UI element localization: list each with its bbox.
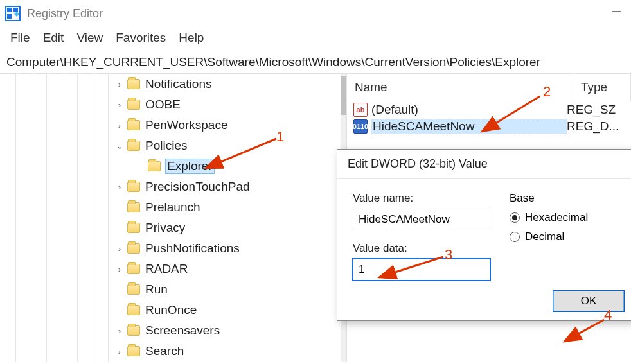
folder-icon xyxy=(127,202,140,212)
tree-label: Prelaunch xyxy=(145,200,200,214)
tree-label: Privacy xyxy=(145,221,185,235)
regedit-icon xyxy=(5,6,21,21)
value-data-label: Value data: xyxy=(353,242,490,255)
minimize-button[interactable]: — xyxy=(601,0,631,21)
value-name: HideSCAMeetNow xyxy=(371,119,567,134)
app-title: Registry Editor xyxy=(27,7,103,21)
binary-value-icon: 0110 xyxy=(353,119,368,134)
menu-edit[interactable]: Edit xyxy=(38,30,69,46)
menu-file[interactable]: File xyxy=(5,30,35,46)
expander-icon[interactable]: › xyxy=(114,347,125,356)
annotation-2: 2 xyxy=(543,83,551,100)
address-bar[interactable]: Computer\HKEY_CURRENT_USER\Software\Micr… xyxy=(0,51,631,74)
tree-label: Screensavers xyxy=(145,324,220,338)
tree-label: PenWorkspace xyxy=(145,118,228,132)
folder-icon xyxy=(127,100,140,110)
tree-node-oobe[interactable]: ›OOBE xyxy=(0,94,346,115)
tree-node-privacy[interactable]: Privacy xyxy=(0,218,346,238)
value-row[interactable]: 0110HideSCAMeetNowREG_D... xyxy=(347,118,631,135)
value-row[interactable]: ab(Default)REG_SZ xyxy=(347,101,631,118)
tree-node-policies[interactable]: ⌄Policies xyxy=(0,135,346,156)
folder-icon xyxy=(127,141,140,151)
folder-icon xyxy=(148,161,161,171)
tree-node-prelaunch[interactable]: Prelaunch xyxy=(0,197,346,218)
menu-help[interactable]: Help xyxy=(173,30,209,46)
tree-label: Policies xyxy=(145,139,187,153)
radio-hexadecimal[interactable]: Hexadecimal xyxy=(510,211,619,224)
tree-label: RunOnce xyxy=(145,303,197,317)
tree-node-notifications[interactable]: ›Notifications xyxy=(0,74,346,94)
annotation-4: 4 xyxy=(604,307,612,324)
folder-icon xyxy=(127,182,140,192)
tree-node-runonce[interactable]: RunOnce xyxy=(0,300,346,320)
value-type: REG_SZ xyxy=(567,103,625,117)
folder-icon xyxy=(127,305,140,315)
tree-label: PushNotifications xyxy=(145,241,240,256)
expander-icon[interactable]: › xyxy=(114,326,125,336)
expander-icon[interactable]: › xyxy=(114,121,125,130)
tree-node-run[interactable]: Run xyxy=(0,279,346,300)
value-type: REG_D... xyxy=(567,119,625,134)
value-name-label: Value name: xyxy=(353,192,490,205)
svg-rect-3 xyxy=(7,14,12,19)
ok-button[interactable]: OK xyxy=(553,291,624,311)
value-name-input[interactable] xyxy=(353,209,490,230)
tree-label: OOBE xyxy=(145,98,181,112)
tree-label: Notifications xyxy=(145,77,212,91)
tree-node-precisiontouchpad[interactable]: ›PrecisionTouchPad xyxy=(0,177,346,197)
radio-decimal[interactable]: Decimal xyxy=(510,230,619,243)
menu-view[interactable]: View xyxy=(71,30,108,46)
tree-pane[interactable]: ›Notifications›OOBE›PenWorkspace⌄Policie… xyxy=(0,74,347,362)
svg-rect-2 xyxy=(13,8,18,12)
radio-dot-icon xyxy=(510,212,520,223)
dialog-title: Edit DWORD (32-bit) Value xyxy=(337,150,631,178)
tree-node-radar[interactable]: ›RADAR xyxy=(0,259,346,279)
base-label: Base xyxy=(510,192,619,205)
svg-marker-4 xyxy=(14,12,19,17)
folder-icon xyxy=(127,79,140,89)
tree-label: Run xyxy=(145,282,168,297)
folder-icon xyxy=(127,264,140,274)
expander-icon[interactable]: › xyxy=(114,182,125,192)
value-name: (Default) xyxy=(371,103,567,117)
tree-label: PrecisionTouchPad xyxy=(145,180,250,194)
folder-icon xyxy=(127,120,140,130)
list-header: Name Type xyxy=(347,74,631,101)
menu-favorites[interactable]: Favorites xyxy=(111,30,171,46)
svg-rect-1 xyxy=(7,8,12,12)
tree-label: Explorer xyxy=(166,159,214,173)
expander-icon[interactable]: › xyxy=(114,264,125,274)
radio-dot-icon xyxy=(510,232,520,242)
titlebar: Registry Editor xyxy=(0,0,631,27)
tree-label: RADAR xyxy=(145,262,188,276)
col-name[interactable]: Name xyxy=(347,74,573,101)
window-controls: — xyxy=(601,0,631,21)
tree-node-screensavers[interactable]: ›Screensavers xyxy=(0,320,346,341)
string-value-icon: ab xyxy=(353,103,368,117)
annotation-3: 3 xyxy=(445,247,452,263)
tree-node-search[interactable]: ›Search xyxy=(0,341,346,361)
expander-icon[interactable]: › xyxy=(114,244,125,254)
edit-dword-dialog: Edit DWORD (32-bit) Value Value name: Va… xyxy=(337,149,631,321)
tree-node-pushnotifications[interactable]: ›PushNotifications xyxy=(0,238,346,259)
tree-node-explorer[interactable]: Explorer xyxy=(0,156,346,177)
folder-icon xyxy=(127,284,140,295)
expander-icon[interactable]: › xyxy=(114,100,125,110)
tree-node-penworkspace[interactable]: ›PenWorkspace xyxy=(0,115,346,135)
folder-icon xyxy=(127,346,140,356)
annotation-1: 1 xyxy=(276,128,284,145)
value-data-input[interactable] xyxy=(353,259,490,281)
col-type[interactable]: Type xyxy=(573,74,631,101)
expander-icon[interactable]: ⌄ xyxy=(114,141,125,151)
menubar: File Edit View Favorites Help xyxy=(0,27,631,51)
folder-icon xyxy=(127,243,140,254)
tree-label: Search xyxy=(145,344,184,358)
folder-icon xyxy=(127,325,140,336)
folder-icon xyxy=(127,223,140,233)
expander-icon[interactable]: › xyxy=(114,80,125,89)
